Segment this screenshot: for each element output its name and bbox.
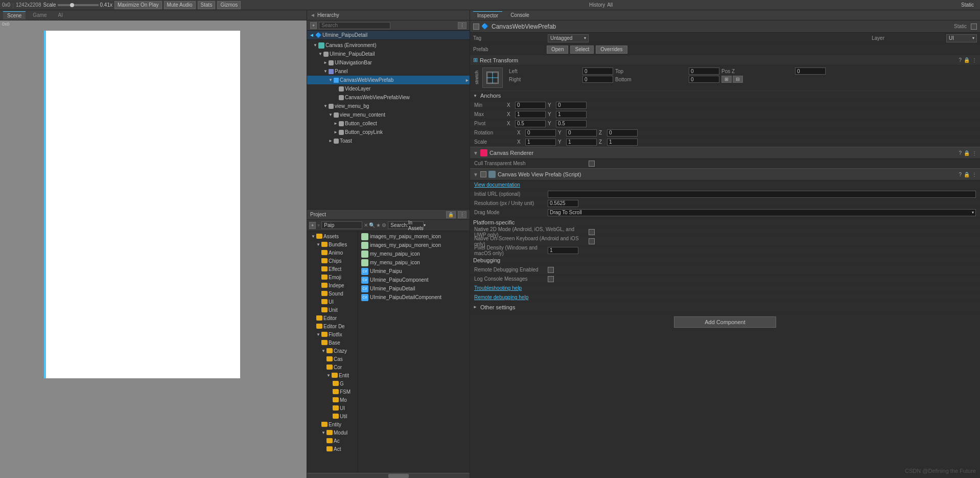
log-console-checkbox[interactable]: [548, 276, 554, 282]
cwvs-menu-icon[interactable]: ⋮: [972, 172, 977, 177]
game-tab[interactable]: Game: [29, 11, 51, 19]
cull-checkbox[interactable]: [589, 161, 595, 167]
cwvs-checkbox[interactable]: [480, 171, 486, 177]
ai-tab[interactable]: AI: [54, 11, 67, 19]
native-keyboard-checkbox[interactable]: [589, 238, 595, 244]
tree-item-bundles[interactable]: Bundles: [307, 240, 358, 248]
object-active-checkbox[interactable]: [473, 24, 479, 30]
tree-item-animo[interactable]: Animo: [307, 248, 358, 257]
tree-item-fsm[interactable]: FSM: [307, 388, 358, 396]
file-item-4[interactable]: my_menu_paipu_icon: [360, 258, 468, 267]
mute-btn[interactable]: Mute Audio: [164, 1, 196, 9]
min-x-input[interactable]: [515, 102, 546, 109]
project-option-btn[interactable]: ⋮: [458, 211, 466, 218]
static-checkbox[interactable]: [971, 24, 977, 30]
scale-x-input[interactable]: [525, 139, 556, 146]
add-component-btn[interactable]: Add Component: [674, 316, 776, 328]
cr-question-icon[interactable]: ?: [959, 150, 962, 156]
tree-item-editorde[interactable]: Editor De: [307, 322, 358, 330]
scale-y-input[interactable]: [566, 139, 597, 146]
right-input[interactable]: [582, 76, 613, 83]
tree-item-base[interactable]: Base: [307, 338, 358, 347]
debugging-header[interactable]: Debugging: [470, 255, 980, 265]
cwvs-lock-icon[interactable]: 🔒: [964, 172, 970, 177]
hierarchy-add-btn[interactable]: +: [310, 22, 317, 29]
canvas-renderer-header[interactable]: ▼ Canvas Renderer ? 🔒 ⋮: [470, 147, 980, 159]
max-y-input[interactable]: [556, 111, 587, 118]
cr-lock-icon[interactable]: 🔒: [964, 150, 970, 156]
file-item-7[interactable]: C# UImine_PaipuDetail: [360, 284, 468, 293]
tree-item-effect[interactable]: Effect: [307, 265, 358, 273]
rect-transform-header[interactable]: ⊞ Rect Transform ? 🔒 ⋮: [470, 55, 980, 65]
bottom-input[interactable]: [689, 76, 719, 83]
hierarchy-item-canvaswebview[interactable]: CanvasWebViewPrefab ►: [307, 76, 470, 84]
remote-debug-link[interactable]: Remote debugging help: [474, 294, 528, 300]
search-folder-btn[interactable]: 🔍: [369, 222, 375, 228]
console-tab[interactable]: Console: [506, 11, 533, 19]
pivot-y-input[interactable]: [556, 120, 587, 127]
rt-btn2[interactable]: ⊟: [733, 76, 743, 83]
hierarchy-item-viewmenucontent[interactable]: view_menu_content: [307, 110, 470, 119]
hierarchy-item-uimine[interactable]: UImine_PaipuDetail: [307, 50, 470, 58]
tree-item-entity[interactable]: Entity: [307, 420, 358, 428]
file-item-2[interactable]: images_my_paipu_moren_icon: [360, 241, 468, 249]
tree-item-act[interactable]: Act: [307, 445, 358, 453]
file-item-6[interactable]: C# UImine_PaipuComponent: [360, 276, 468, 284]
prefab-overrides-btn[interactable]: Overrides: [596, 45, 627, 54]
max-x-input[interactable]: [515, 111, 546, 118]
hierarchy-option-btn[interactable]: ⋮: [458, 22, 466, 29]
drag-mode-dropdown[interactable]: Drag To Scroll ▾: [548, 209, 976, 216]
hierarchy-item-videolayer[interactable]: VideoLayer: [307, 84, 470, 93]
scale-slider[interactable]: [58, 4, 99, 6]
initial-url-input[interactable]: [548, 191, 976, 198]
rt-question-icon[interactable]: ?: [959, 57, 962, 63]
other-settings-header[interactable]: Other settings: [470, 302, 980, 312]
inspector-tab[interactable]: Inspector: [473, 11, 502, 19]
hierarchy-item-canvas[interactable]: Canvas (Environment): [307, 41, 470, 50]
file-item-5[interactable]: C# UImine_Paipu: [360, 267, 468, 276]
hierarchy-item-btncollect[interactable]: Button_collect: [307, 119, 470, 128]
rt-btn1[interactable]: ⊞: [721, 76, 732, 83]
collapse-btn[interactable]: ◄: [310, 12, 315, 18]
native2d-checkbox[interactable]: [589, 229, 595, 235]
tree-item-util[interactable]: Util: [307, 412, 358, 420]
tree-item-g[interactable]: G: [307, 379, 358, 388]
remote-debug-checkbox[interactable]: [548, 267, 554, 273]
scene-view[interactable]: 0x0: [0, 20, 307, 478]
prefab-back-btn[interactable]: ◄: [309, 32, 314, 38]
rot-x-input[interactable]: [525, 129, 556, 136]
tree-item-crazy[interactable]: Crazy: [307, 347, 358, 355]
top-input[interactable]: 0: [689, 67, 719, 75]
scale-z-input[interactable]: [607, 139, 638, 146]
rot-y-input[interactable]: [566, 129, 597, 136]
view-doc-link[interactable]: View documentation: [474, 182, 520, 188]
tree-item-assets[interactable]: Assets: [307, 232, 358, 240]
tree-item-unit[interactable]: Unit: [307, 306, 358, 314]
left-input[interactable]: 0: [582, 67, 613, 75]
tree-item-modul[interactable]: Modul: [307, 428, 358, 437]
maximize-btn[interactable]: Maximize On Play: [114, 1, 162, 9]
rot-z-input[interactable]: [607, 129, 638, 136]
hierarchy-item-viewmenubg[interactable]: view_menu_bg: [307, 102, 470, 110]
tree-item-ac[interactable]: Ac: [307, 437, 358, 445]
tree-item-ui2[interactable]: UI: [307, 404, 358, 412]
tree-item-emoji[interactable]: Emoji: [307, 273, 358, 281]
tree-item-flotfix[interactable]: Flotfix: [307, 330, 358, 338]
rt-menu-icon[interactable]: ⋮: [972, 57, 977, 63]
stats-btn[interactable]: Stats: [198, 1, 216, 9]
anchors-section-header[interactable]: Anchors: [470, 90, 980, 101]
tree-item-cas[interactable]: Cas: [307, 355, 358, 363]
cr-menu-icon[interactable]: ⋮: [972, 150, 977, 156]
scene-tab[interactable]: Scene: [3, 11, 26, 19]
tree-item-ui[interactable]: UI: [307, 298, 358, 306]
project-add-btn[interactable]: +: [309, 222, 316, 229]
search-star-btn[interactable]: ★: [376, 222, 381, 228]
search-settings-btn[interactable]: ⚙: [382, 222, 386, 228]
prefab-open-btn[interactable]: Open: [547, 45, 568, 54]
hierarchy-item-toast[interactable]: Toast: [307, 136, 470, 145]
file-item-3[interactable]: my_menu_paipu_icon: [360, 249, 468, 258]
pivot-x-input[interactable]: [515, 120, 546, 127]
hierarchy-search-input[interactable]: [319, 22, 390, 29]
tree-item-cor[interactable]: Cor: [307, 363, 358, 371]
prefab-select-btn[interactable]: Select: [570, 45, 594, 54]
